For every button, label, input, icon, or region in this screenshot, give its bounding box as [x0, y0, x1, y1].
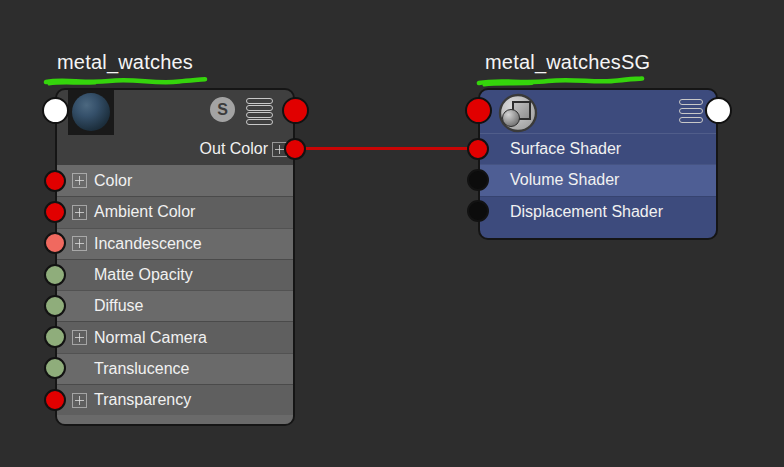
- attr-row-incandescence[interactable]: Incandescence: [57, 228, 293, 259]
- out-color-label: Out Color: [200, 140, 268, 158]
- port-ambient-color[interactable]: [44, 201, 66, 223]
- shader-node[interactable]: metal_watches S Out Color: [55, 88, 295, 426]
- sg-node-title[interactable]: metal_watchesSG: [485, 51, 650, 74]
- bar-icon: [679, 99, 703, 105]
- expand-plus-icon[interactable]: [72, 205, 87, 220]
- sg-node-header: [480, 90, 716, 133]
- bar-icon: [246, 105, 273, 111]
- shading-group-node[interactable]: metal_watchesSG: [478, 88, 718, 240]
- attr-label: Matte Opacity: [94, 266, 193, 284]
- bar-icon: [679, 108, 703, 114]
- attr-row-ambient-color[interactable]: Ambient Color: [57, 196, 293, 227]
- attr-label: Diffuse: [94, 297, 144, 315]
- sg-node-body[interactable]: Surface Shader Volume Shader Displacemen…: [478, 88, 718, 240]
- sg-attr-rows: Surface Shader Volume Shader Displacemen…: [480, 133, 716, 227]
- port-diffuse[interactable]: [44, 295, 66, 317]
- shader-type-badge-icon: S: [210, 97, 235, 122]
- node-bottom-pad: [57, 415, 293, 424]
- port-volume-shader[interactable]: [467, 169, 489, 191]
- expand-plus-icon[interactable]: [72, 173, 87, 188]
- attr-label: Surface Shader: [510, 140, 621, 158]
- port-matte-opacity[interactable]: [44, 264, 66, 286]
- expand-plus-icon[interactable]: [72, 236, 87, 251]
- port-color[interactable]: [44, 170, 66, 192]
- shader-node-header: S: [57, 90, 293, 133]
- attr-label: Displacement Shader: [510, 203, 663, 221]
- green-underline-annotation: [43, 74, 209, 88]
- attr-label: Ambient Color: [94, 203, 195, 221]
- material-swatch[interactable]: [68, 89, 114, 135]
- attr-row-color[interactable]: Color: [57, 165, 293, 196]
- connection-wire-outcolor-to-surface[interactable]: [294, 147, 478, 150]
- shader-attr-rows: Color Ambient Color Incandescence Matte …: [57, 165, 293, 415]
- attr-row-transparency[interactable]: Transparency: [57, 384, 293, 415]
- material-sphere-icon: [72, 93, 110, 131]
- attr-row-normal-camera[interactable]: Normal Camera: [57, 321, 293, 352]
- bar-icon: [679, 117, 703, 123]
- attr-row-displacement-shader[interactable]: Displacement Shader: [480, 196, 716, 227]
- node-editor-canvas: metal_watches S Out Color: [0, 0, 784, 467]
- attr-row-translucence[interactable]: Translucence: [57, 353, 293, 384]
- attr-row-out-color[interactable]: Out Color: [57, 133, 293, 165]
- node-bottom-pad: [480, 227, 716, 238]
- attr-row-surface-shader[interactable]: Surface Shader: [480, 133, 716, 164]
- green-underline-annotation: [476, 74, 646, 88]
- port-sg-output-header[interactable]: [705, 97, 732, 124]
- port-shader-input-header[interactable]: [42, 97, 69, 124]
- attr-label: Volume Shader: [510, 171, 619, 189]
- port-surface-shader[interactable]: [467, 138, 489, 160]
- port-normal-camera[interactable]: [44, 326, 66, 348]
- expand-plus-icon[interactable]: [72, 393, 87, 408]
- attr-label: Color: [94, 172, 132, 190]
- attr-label: Transparency: [94, 391, 191, 409]
- port-out-color[interactable]: [284, 138, 306, 160]
- attr-row-volume-shader[interactable]: Volume Shader: [480, 164, 716, 195]
- attr-row-diffuse[interactable]: Diffuse: [57, 290, 293, 321]
- expand-plus-icon[interactable]: [72, 330, 87, 345]
- shading-group-icon: [498, 93, 538, 133]
- bar-icon: [246, 119, 273, 125]
- shader-node-title[interactable]: metal_watches: [57, 51, 193, 74]
- attr-row-matte-opacity[interactable]: Matte Opacity: [57, 259, 293, 290]
- port-shader-output-header[interactable]: [282, 97, 309, 124]
- attr-label: Incandescence: [94, 235, 202, 253]
- bar-icon: [246, 98, 273, 104]
- shader-node-body[interactable]: S Out Color Color Ambi: [55, 88, 295, 426]
- attr-label: Translucence: [94, 360, 189, 378]
- port-transparency[interactable]: [44, 389, 66, 411]
- attribute-view-menu-icon[interactable]: [246, 98, 273, 125]
- port-sg-input-header[interactable]: [465, 97, 492, 124]
- bar-icon: [246, 112, 273, 118]
- attr-label: Normal Camera: [94, 329, 207, 347]
- attribute-view-menu-icon[interactable]: [679, 99, 703, 123]
